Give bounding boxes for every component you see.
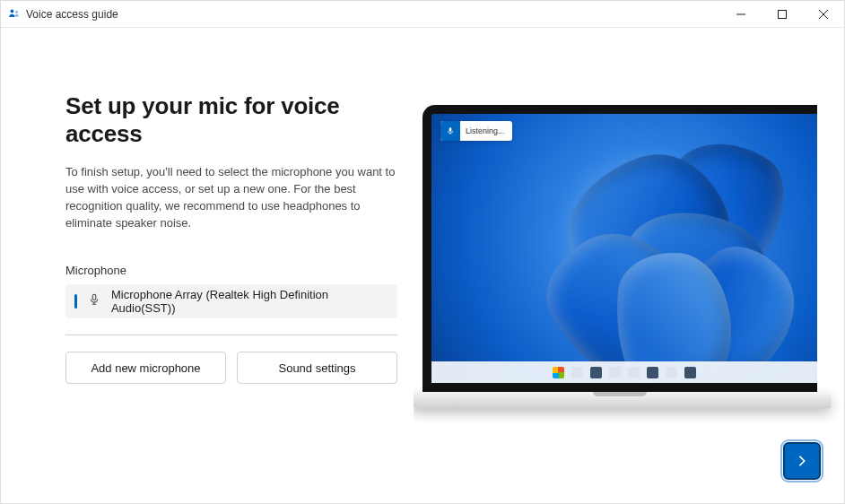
wallpaper [431,114,817,383]
listening-label: Listening... [466,126,505,135]
svg-rect-3 [779,10,787,18]
content-area: Set up your mic for voice access To fini… [1,28,844,503]
sound-settings-button[interactable]: Sound settings [237,352,397,384]
search-icon [571,367,583,378]
close-button[interactable] [803,1,844,28]
button-row: Add new microphone Sound settings [65,352,397,384]
window-title: Voice access guide [26,8,118,21]
page-description: To finish setup, you'll need to select t… [65,164,396,231]
app-icon-taskbar [684,367,696,378]
listening-mic-icon [440,121,460,141]
microphone-icon [88,293,100,309]
svg-rect-9 [449,127,452,131]
next-button[interactable] [783,442,821,480]
edge-icon [647,367,658,378]
minimize-button[interactable] [720,1,762,28]
laptop-screen: Listening... [422,105,817,392]
right-pane: Listening... [414,28,844,503]
window-controls [720,1,844,28]
svg-point-0 [10,9,13,13]
explorer-icon [628,367,640,378]
maximize-button[interactable] [762,1,803,28]
start-icon [553,367,564,378]
titlebar-left: Voice access guide [8,8,118,21]
page-title: Set up your mic for voice access [65,92,396,148]
laptop-base [414,392,831,408]
add-new-microphone-button[interactable]: Add new microphone [65,352,226,384]
app-icon [8,8,21,21]
voice-access-listening-pill: Listening... [440,121,512,141]
svg-rect-6 [92,295,96,300]
chevron-right-icon [796,455,808,467]
taskview-icon [590,367,602,378]
selected-microphone-name: Microphone Array (Realtek High Definitio… [111,288,388,315]
app-window: Voice access guide Set up your mic for v… [0,0,845,504]
microphone-selector[interactable]: Microphone Array (Realtek High Definitio… [65,284,397,318]
divider [65,335,397,335]
titlebar: Voice access guide [1,1,844,28]
left-pane: Set up your mic for voice access To fini… [1,28,414,503]
widgets-icon [609,367,621,378]
store-icon [666,367,677,378]
mic-active-indicator [74,294,77,308]
mic-field-label: Microphone [65,264,396,277]
laptop-illustration: Listening... [422,105,844,428]
taskbar [431,361,817,383]
svg-point-1 [15,10,18,13]
